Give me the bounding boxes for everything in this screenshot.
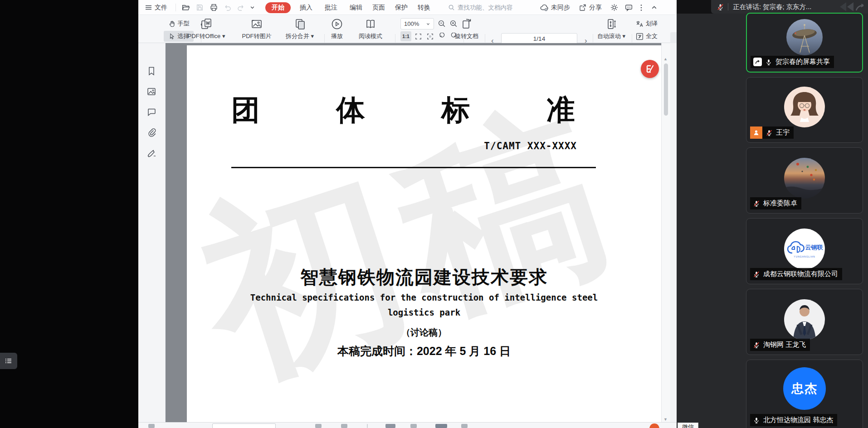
header-rule — [231, 167, 596, 168]
pdf-page: 初稿 团 体 标 准 T/CAMT XXX-XXXX 智慧钢铁物流园建设技术要求… — [187, 45, 661, 428]
toolbar-icon[interactable] — [461, 424, 468, 428]
participant-tile[interactable]: 王宇 — [746, 77, 863, 143]
comment-panel-icon[interactable] — [146, 107, 158, 118]
auto-scroll-icon — [605, 17, 618, 31]
scroll-down-arrow[interactable]: ▼ — [663, 417, 668, 422]
zoom-level-dropdown[interactable]: 100% — [400, 18, 434, 29]
toolbar-icon[interactable] — [410, 424, 417, 428]
save-button[interactable] — [195, 0, 204, 15]
quick-access-dropdown[interactable] — [250, 0, 255, 15]
rotate-doc-label: 旋转文档 — [455, 32, 478, 40]
word-translate-button[interactable]: 划译 — [635, 19, 674, 29]
outline-panel-button[interactable] — [0, 353, 17, 369]
word-translate-label: 划译 — [646, 19, 658, 28]
more-menu-button[interactable] — [640, 0, 643, 15]
settings-button[interactable] — [610, 0, 619, 15]
sync-status-button[interactable]: 未同步 — [540, 0, 570, 15]
toolbar-icon[interactable] — [315, 424, 322, 428]
participant-tile[interactable]: 云钢联 YUNGANGLIAN 成都云钢联物流有限公司 — [746, 218, 863, 284]
mic-icon — [765, 58, 772, 66]
ribbon-toolbar: 手型 选择 PDF转Office ▾ PDF转图片 拆分合并 ▾ — [138, 15, 677, 43]
participant-tile[interactable]: 淘钢网 王龙飞 — [746, 289, 863, 355]
wechat-tooltip: 微信 — [678, 423, 698, 428]
scrollbar-thumb[interactable] — [664, 63, 668, 116]
main-menu-button[interactable]: 文件 — [145, 0, 167, 15]
collapse-toolbar-button[interactable] — [651, 0, 658, 15]
tab-comment[interactable]: 批注 — [322, 0, 341, 15]
book-icon — [364, 17, 377, 31]
video-tiles-list: 贺宗春的屏幕共享 — [746, 0, 863, 428]
participant-name: 成都云钢联物流有限公司 — [763, 270, 838, 278]
participant-tile[interactable]: 贺宗春的屏幕共享 — [746, 13, 863, 73]
fit-page-button[interactable] — [425, 31, 435, 41]
chevron-down-icon — [250, 5, 255, 10]
redo-button[interactable] — [237, 0, 245, 15]
toolbar-icon[interactable] — [148, 424, 155, 428]
tab-edit[interactable]: 编辑 — [346, 0, 366, 15]
tab-protect[interactable]: 保护 — [392, 0, 411, 15]
tab-insert[interactable]: 插入 — [297, 0, 316, 15]
share-label: 分享 — [589, 4, 602, 12]
zoom-out-button[interactable] — [437, 19, 447, 29]
divider — [176, 4, 176, 11]
page-indicator-input[interactable] — [502, 34, 577, 44]
toolbar-icon[interactable] — [385, 424, 395, 428]
pdf-to-image-label: PDF转图片 — [242, 32, 272, 40]
participant-name: 标准委陈卓 — [763, 199, 797, 208]
fit-width-button[interactable] — [413, 31, 423, 41]
play-button[interactable]: 播放 — [327, 17, 347, 40]
member-badge-icon — [750, 126, 762, 139]
toolbar-icon[interactable] — [435, 424, 447, 428]
feedback-button[interactable] — [624, 0, 633, 15]
rotate-doc-button[interactable]: 旋转文档 — [450, 17, 483, 40]
participant-name: 淘钢网 王龙飞 — [763, 340, 806, 349]
search-input[interactable] — [458, 4, 548, 11]
mic-icon — [753, 417, 760, 424]
split-merge-button[interactable]: 拆分合并 ▾ — [280, 17, 320, 40]
actual-size-label: 1:1 — [402, 34, 410, 39]
participant-name: 贺宗春的屏幕共享 — [775, 58, 830, 66]
image-panel-icon[interactable] — [146, 86, 158, 98]
participant-name: 王宇 — [776, 128, 790, 137]
play-icon — [330, 17, 344, 31]
toolbar-divider — [367, 424, 368, 428]
document-workspace: 初稿 团 体 标 准 T/CAMT XXX-XXXX 智慧钢铁物流园建设技术要求… — [138, 43, 677, 428]
participant-tile[interactable]: 忠杰 北方恒达物流园 韩忠杰 — [746, 360, 863, 428]
search-icon — [448, 4, 455, 11]
tab-home[interactable]: 开始 — [265, 2, 291, 13]
hand-icon — [168, 20, 176, 28]
share-button[interactable]: 分享 — [579, 0, 602, 15]
bookmark-icon[interactable] — [146, 66, 158, 78]
full-translate-button[interactable]: 全文 — [635, 31, 674, 41]
signature-icon[interactable] — [146, 147, 158, 159]
doc-convert-icon — [200, 17, 213, 31]
pdf-to-office-label: PDF转Office ▾ — [188, 32, 225, 40]
chevron-down-icon — [426, 22, 430, 26]
rotate-left-button[interactable] — [437, 31, 447, 41]
titlebar: 文件 — [138, 0, 677, 15]
undo-button[interactable] — [224, 0, 232, 15]
completion-date: 本稿完成时间：2022 年 5 月 16 日 — [187, 344, 661, 359]
toolbar-input[interactable] — [212, 423, 276, 428]
participant-tile[interactable]: 标准委陈卓 — [746, 147, 863, 214]
read-mode-button[interactable]: 阅读模式 — [352, 17, 389, 40]
quick-edit-badge[interactable] — [641, 60, 659, 78]
chevron-up-icon — [651, 4, 658, 11]
cursor-icon — [168, 33, 176, 40]
open-file-button[interactable] — [181, 0, 190, 15]
auto-scroll-button[interactable]: 自动滚动 ▾ — [593, 17, 629, 40]
participant-label: 标准委陈卓 — [750, 197, 801, 209]
attachment-icon[interactable] — [146, 127, 158, 139]
vertical-scrollbar[interactable]: ▲ ▼ — [661, 43, 670, 428]
draft-label: （讨论稿） — [187, 326, 661, 339]
pdf-to-office-button[interactable]: PDF转Office ▾ — [184, 17, 229, 40]
tab-convert[interactable]: 转换 — [414, 0, 434, 15]
actual-size-button[interactable]: 1:1 — [400, 31, 411, 41]
hamburger-icon — [145, 4, 152, 11]
pdf-to-image-button[interactable]: PDF转图片 — [237, 17, 276, 40]
toolbar-icon[interactable] — [341, 424, 347, 428]
header-char: 准 — [546, 91, 575, 130]
tab-page[interactable]: 页面 — [369, 0, 388, 15]
scroll-up-arrow[interactable]: ▲ — [663, 57, 668, 61]
print-button[interactable] — [210, 0, 218, 15]
